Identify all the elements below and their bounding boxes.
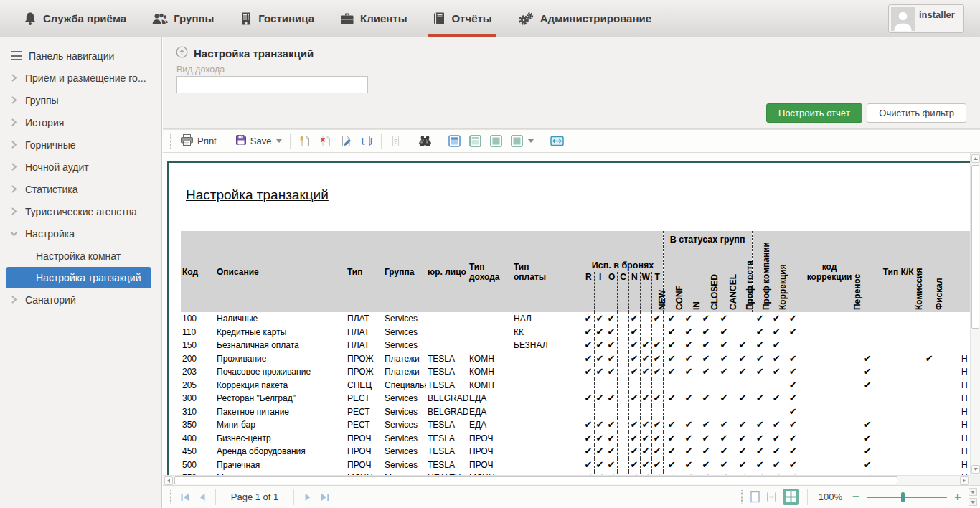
scroll-left-button[interactable] — [164, 476, 173, 485]
nav-tab-users[interactable]: Группы — [139, 0, 227, 37]
data-cell: Коррекция пакета — [212, 379, 346, 392]
zoom-slider-handle[interactable] — [901, 492, 905, 502]
check-cell: ✔ — [733, 418, 752, 432]
delete-page-button[interactable] — [315, 133, 336, 149]
last-page-button[interactable] — [316, 489, 334, 506]
check-cell: ✔ — [920, 352, 938, 366]
check-cell: ✔ — [606, 339, 617, 352]
data-cell: Services — [383, 405, 426, 419]
new-page-button[interactable] — [294, 133, 315, 149]
sidebar-item[interactable]: Группы — [0, 89, 161, 111]
check-cell — [617, 432, 628, 446]
scroll-up-button[interactable] — [971, 154, 980, 163]
zoombar-grip[interactable] — [740, 490, 744, 504]
zoom-in-button[interactable]: + — [953, 490, 963, 504]
check-cell: ✔ — [752, 418, 768, 432]
scroll-right-button[interactable] — [960, 476, 969, 485]
check-cell — [697, 379, 715, 392]
zoom-slider[interactable] — [867, 491, 947, 503]
bron-group-label: Исп. в бронях — [583, 260, 663, 271]
data-cell — [468, 326, 512, 339]
check-cell: ✔ — [733, 339, 752, 352]
sidebar-item[interactable]: История — [0, 111, 161, 133]
pager-grip[interactable] — [169, 490, 173, 504]
next-page-button[interactable] — [299, 489, 316, 506]
sidebar-item[interactable]: Настройка — [0, 222, 161, 245]
data-cell: ЕДА — [468, 405, 512, 419]
sidebar-item[interactable]: Ночной аудит — [0, 156, 161, 178]
table-row: 450Аренда оборудованияПРОЧServicesTESLAП… — [181, 445, 970, 458]
sidebar-item-label: Туристические агенства — [25, 206, 137, 217]
check-cell: ✔ — [663, 312, 680, 326]
check-cell — [785, 339, 801, 352]
check-cell — [858, 405, 877, 419]
check-cell: ✔ — [752, 432, 768, 446]
collapse-panel-icon[interactable] — [176, 46, 188, 61]
check-cell: ✔ — [680, 458, 697, 472]
sidebar-item[interactable]: Горничные — [0, 133, 161, 156]
nav-tab-book[interactable]: Отчёты — [420, 0, 504, 37]
fit-width-mode-button[interactable] — [766, 491, 777, 503]
page-width-button[interactable] — [546, 133, 568, 149]
sidebar-header[interactable]: Панель навигации — [0, 44, 161, 67]
print-button[interactable]: Print — [176, 131, 221, 151]
data-cell: КОМН — [468, 352, 512, 366]
sidebar-item[interactable]: Статистика — [0, 178, 161, 200]
data-cell: Н — [938, 352, 970, 366]
zoom-out-button[interactable]: − — [851, 490, 861, 504]
previous-page-button[interactable] — [193, 489, 210, 506]
check-cell — [663, 379, 680, 392]
multi-page-mode-button-active[interactable] — [783, 489, 799, 505]
sidebar-item[interactable]: Настройка комнат — [0, 245, 161, 267]
income-type-input[interactable] — [176, 76, 368, 93]
nav-tab-briefcase[interactable]: Клиенты — [327, 0, 420, 37]
check-cell: ✔ — [858, 365, 877, 379]
check-cell: ✔ — [594, 418, 606, 432]
nav-tab-bell[interactable]: Служба приёма — [10, 0, 139, 37]
collapse-bottom-button[interactable] — [969, 498, 977, 506]
edit-page-button[interactable] — [336, 133, 357, 149]
first-page-button[interactable] — [176, 489, 193, 506]
multi-page-view-button[interactable] — [507, 133, 538, 149]
collapse-top-button[interactable] — [969, 488, 977, 496]
sidebar-item[interactable]: Приём и размещение го... — [0, 67, 161, 89]
check-cell: ✔ — [785, 418, 801, 432]
check-cell: ✔ — [583, 365, 594, 379]
sidebar-item[interactable]: Настройка транзакций — [6, 267, 151, 288]
data-cell — [801, 392, 858, 405]
find-button[interactable] — [414, 133, 436, 149]
check-cell: ✔ — [697, 392, 715, 405]
vertical-scrollbar[interactable] — [970, 153, 980, 475]
two-page-view-button[interactable] — [486, 133, 507, 149]
data-cell: TESLA — [426, 445, 468, 458]
user-box[interactable]: installer — [888, 4, 964, 33]
data-cell: КОМН — [468, 365, 512, 379]
single-page-mode-button[interactable] — [750, 491, 760, 503]
nav-tab-gears[interactable]: Администрирование — [505, 0, 664, 37]
sidebar-item[interactable]: Туристические агенства — [0, 200, 161, 222]
vertical-scroll-thumb[interactable] — [971, 165, 979, 329]
save-button[interactable]: Save — [231, 132, 287, 151]
clear-filter-button[interactable]: Очистить фильтр — [867, 103, 966, 123]
data-cell: TESLA — [426, 352, 468, 366]
horizontal-scrollbar[interactable] — [163, 475, 970, 485]
nav-tab-building[interactable]: Гостиница — [227, 0, 327, 37]
check-cell — [617, 365, 628, 379]
page-setup-button[interactable] — [357, 133, 377, 149]
check-cell — [651, 326, 663, 339]
continuous-view-button[interactable] — [465, 133, 486, 149]
build-report-button[interactable]: Построить отчёт — [766, 103, 862, 123]
toolbar-grip[interactable] — [169, 134, 173, 149]
sidebar-item[interactable]: Санаторий — [0, 288, 161, 311]
horizontal-scroll-thumb[interactable] — [174, 476, 897, 484]
printer-icon — [180, 133, 194, 149]
chevron-right-icon — [10, 185, 19, 193]
check-cell — [628, 379, 640, 392]
top-navigation-bar: Служба приёмаГруппыГостиницаКлиентыОтчёт… — [0, 0, 980, 37]
scroll-down-button[interactable] — [971, 465, 980, 474]
table-row: 203Почасовое проживаниеПРОЖПлатежиTESLAК… — [181, 365, 970, 379]
check-cell — [640, 405, 651, 419]
single-page-view-button[interactable] — [444, 133, 465, 149]
check-cell — [920, 392, 938, 405]
data-cell — [877, 339, 920, 352]
